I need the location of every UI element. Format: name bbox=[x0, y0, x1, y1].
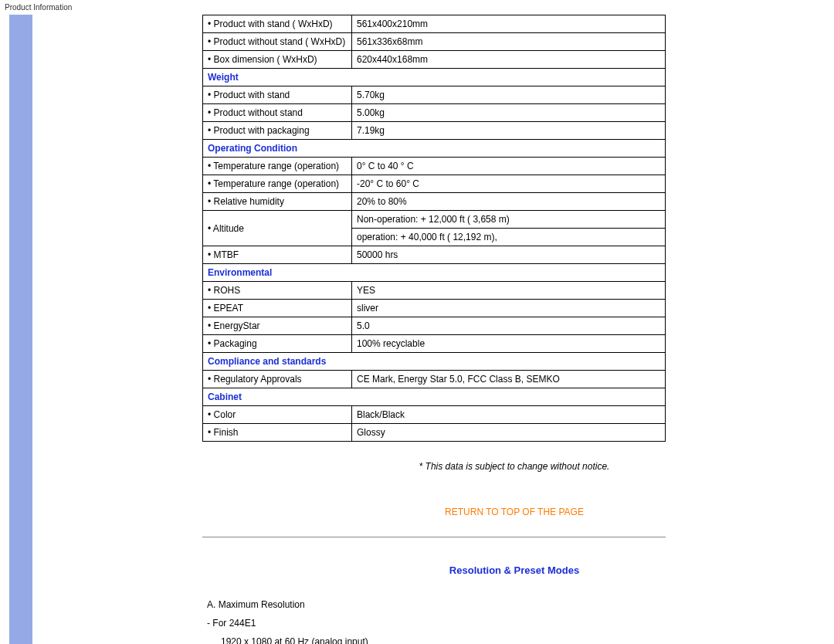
spec-value: 561x336x68mm bbox=[352, 33, 666, 51]
table-row: • Packaging 100% recyclable bbox=[203, 335, 666, 353]
table-row: • Product without stand ( WxHxD) 561x336… bbox=[203, 33, 666, 51]
spec-label: • Altitude bbox=[203, 211, 352, 246]
table-row: • ROHS YES bbox=[203, 282, 666, 300]
spec-label: • Temperature range (operation) bbox=[203, 175, 352, 193]
spec-label: • MTBF bbox=[203, 246, 352, 264]
table-row: • Finish Glossy bbox=[203, 424, 666, 442]
content-area: • Product with stand ( WxHxD) 561x400x21… bbox=[32, 15, 834, 644]
spec-value: 620x440x168mm bbox=[352, 51, 666, 69]
table-row: • EnergyStar 5.0 bbox=[203, 317, 666, 335]
spec-label: • EnergyStar bbox=[203, 317, 352, 335]
section-header-operating: Operating Condition bbox=[203, 140, 666, 158]
page-header: Product Information bbox=[0, 0, 834, 15]
spec-label: • Finish bbox=[203, 424, 352, 442]
resolution-section-title: Resolution & Preset Modes bbox=[202, 564, 826, 576]
table-row: • Product with stand ( WxHxD) 561x400x21… bbox=[203, 15, 666, 33]
resolution-line-for: - For 244E1 bbox=[207, 614, 826, 632]
sidebar-stripe bbox=[9, 15, 32, 644]
table-row: • Temperature range (operation) 0° C to … bbox=[203, 158, 666, 175]
table-row: • MTBF 50000 hrs bbox=[203, 246, 666, 264]
spec-label: • Product without stand bbox=[203, 104, 352, 122]
spec-value: 561x400x210mm bbox=[352, 15, 666, 33]
section-header-cabinet: Cabinet bbox=[203, 388, 666, 406]
spec-value: YES bbox=[352, 282, 666, 300]
table-row: • Regulatory Approvals CE Mark, Energy S… bbox=[203, 371, 666, 388]
table-row: • Product with stand 5.70kg bbox=[203, 86, 666, 104]
return-to-top-link[interactable]: RETURN TO TOP OF THE PAGE bbox=[202, 507, 826, 517]
resolution-text: A. Maximum Resolution - For 244E1 1920 x… bbox=[202, 595, 826, 644]
table-row: • Box dimension ( WxHxD) 620x440x168mm bbox=[203, 51, 666, 69]
spec-value: 5.00kg bbox=[352, 104, 666, 122]
table-row: Operating Condition bbox=[203, 140, 666, 158]
resolution-line-detail: 1920 x 1080 at 60 Hz (analog input) bbox=[207, 632, 826, 644]
main-container: • Product with stand ( WxHxD) 561x400x21… bbox=[0, 15, 834, 644]
spec-value: 7.19kg bbox=[352, 122, 666, 140]
table-row: • Color Black/Black bbox=[203, 406, 666, 424]
section-header-environmental: Environmental bbox=[203, 264, 666, 282]
spec-label: • Product with stand ( WxHxD) bbox=[203, 15, 352, 33]
spec-label: • Product without stand ( WxHxD) bbox=[203, 33, 352, 51]
spec-label: • Regulatory Approvals bbox=[203, 371, 352, 388]
table-row: Cabinet bbox=[203, 388, 666, 406]
spec-label: • Relative humidity bbox=[203, 193, 352, 211]
spec-label: • EPEAT bbox=[203, 300, 352, 317]
spec-label: • Product with packaging bbox=[203, 122, 352, 140]
table-row: • Relative humidity 20% to 80% bbox=[203, 193, 666, 211]
spec-label: • Product with stand bbox=[203, 86, 352, 104]
spec-value: operation: + 40,000 ft ( 12,192 m), bbox=[352, 229, 666, 246]
spec-value: Non-operation: + 12,000 ft ( 3,658 m) bbox=[352, 211, 666, 229]
spec-label: • ROHS bbox=[203, 282, 352, 300]
table-row: • Temperature range (operation) -20° C t… bbox=[203, 175, 666, 193]
spec-value: 5.0 bbox=[352, 317, 666, 335]
disclaimer-note: * This data is subject to change without… bbox=[202, 461, 826, 472]
section-header-weight: Weight bbox=[203, 69, 666, 86]
spec-label: • Temperature range (operation) bbox=[203, 158, 352, 175]
table-row: • Altitude Non-operation: + 12,000 ft ( … bbox=[203, 211, 666, 229]
table-row: • Product with packaging 7.19kg bbox=[203, 122, 666, 140]
spec-value: sliver bbox=[352, 300, 666, 317]
spec-value: 5.70kg bbox=[352, 86, 666, 104]
resolution-line-a: A. Maximum Resolution bbox=[207, 595, 826, 614]
spec-value: -20° C to 60° C bbox=[352, 175, 666, 193]
table-row: Weight bbox=[203, 69, 666, 86]
spec-label: • Box dimension ( WxHxD) bbox=[203, 51, 352, 69]
spec-value: 0° C to 40 ° C bbox=[352, 158, 666, 175]
section-header-compliance: Compliance and standards bbox=[203, 353, 666, 371]
spec-label: • Packaging bbox=[203, 335, 352, 353]
spec-value: 50000 hrs bbox=[352, 246, 666, 264]
spec-table: • Product with stand ( WxHxD) 561x400x21… bbox=[202, 15, 666, 442]
divider bbox=[202, 537, 666, 537]
spec-value: 20% to 80% bbox=[352, 193, 666, 211]
table-row: Environmental bbox=[203, 264, 666, 282]
spec-value: 100% recyclable bbox=[352, 335, 666, 353]
spec-value: Black/Black bbox=[352, 406, 666, 424]
spec-label: • Color bbox=[203, 406, 352, 424]
spec-value: Glossy bbox=[352, 424, 666, 442]
spec-value: CE Mark, Energy Star 5.0, FCC Class B, S… bbox=[352, 371, 666, 388]
table-row: • Product without stand 5.00kg bbox=[203, 104, 666, 122]
table-row: Compliance and standards bbox=[203, 353, 666, 371]
table-row: • EPEAT sliver bbox=[203, 300, 666, 317]
